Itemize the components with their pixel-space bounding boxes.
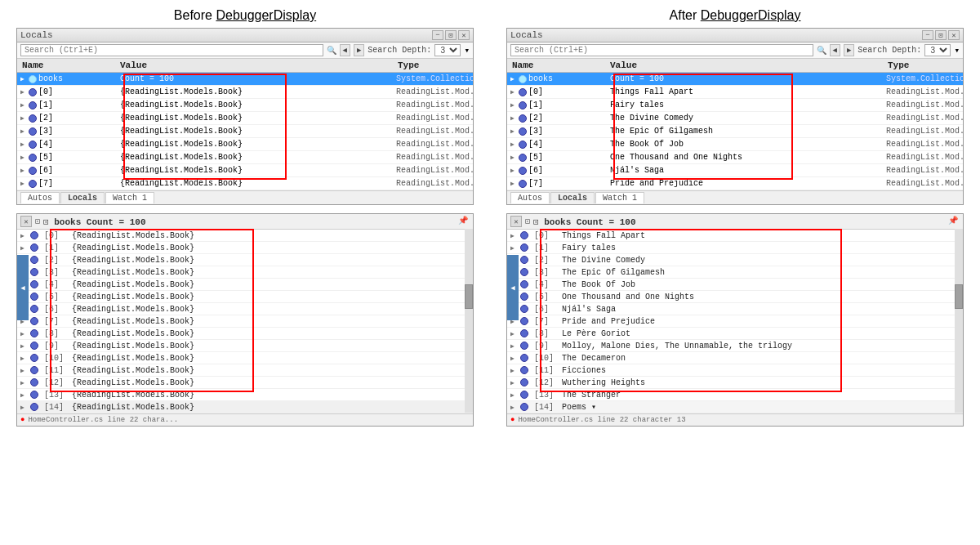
list-item[interactable]: ▶[13]The Stranger bbox=[507, 389, 963, 401]
right-header: Name Value Type bbox=[507, 59, 963, 73]
list-item[interactable]: ▶[4]{ReadingList.Models.Book} bbox=[17, 279, 473, 291]
list-item[interactable]: ▶[4]The Book Of Job bbox=[507, 279, 963, 291]
right-debug-tooltip: ✕ ⊡ ⊡ books Count = 100 📌 ▶[0]Things Fal… bbox=[506, 213, 964, 427]
list-item[interactable]: ▶[1]{ReadingList.Models.Book} bbox=[17, 242, 473, 254]
left-books-label: books bbox=[38, 74, 63, 83]
left-rows: ▶ books Count = 100 System.Collection... bbox=[17, 73, 473, 190]
list-item[interactable]: ▶[3]The Epic Of Gilgamesh bbox=[507, 266, 963, 279]
left-depth-select[interactable]: 3 bbox=[434, 44, 461, 56]
right-depth-arrow: ▾ bbox=[954, 45, 960, 56]
list-item[interactable]: ▶[1]Fairy tales bbox=[507, 242, 963, 254]
left-nav-back[interactable]: ◀ bbox=[340, 44, 350, 56]
list-item[interactable]: ▶[0]{ReadingList.Models.Book} bbox=[17, 230, 473, 242]
top-row: Before DebuggerDisplay Locals − ⊡ ✕ bbox=[16, 8, 964, 205]
list-item[interactable]: ▶[12]{ReadingList.Models.Book} bbox=[17, 377, 473, 389]
list-item[interactable]: ▶[6]{ReadingList.Models.Book} bbox=[17, 303, 473, 315]
left-tab-locals[interactable]: Locals bbox=[60, 192, 105, 203]
table-row[interactable]: ▶[2] {ReadingList.Models.Book} ReadingLi… bbox=[17, 112, 473, 125]
left-nav-forward[interactable]: ▶ bbox=[354, 44, 364, 56]
list-item[interactable]: ▶[9]{ReadingList.Models.Book} bbox=[17, 340, 473, 352]
left-footer: Autos Locals Watch 1 bbox=[17, 190, 473, 204]
list-item[interactable]: ▶[10]{ReadingList.Models.Book} bbox=[17, 352, 473, 364]
right-depth-label: Search Depth: bbox=[858, 46, 921, 55]
list-item[interactable]: ▶[0]Things Fall Apart bbox=[507, 230, 963, 242]
right-search-input[interactable] bbox=[510, 44, 813, 56]
pin-icon[interactable]: − bbox=[432, 30, 443, 40]
list-item[interactable]: ▶[13]{ReadingList.Models.Book} bbox=[17, 389, 473, 401]
list-item[interactable]: ▶[14]{ReadingList.Models.Book} bbox=[17, 401, 473, 413]
list-item[interactable]: ▶[5]One Thousand and One Nights bbox=[507, 291, 963, 303]
table-row[interactable]: ▶[7] {ReadingList.Models.Book} ReadingLi… bbox=[17, 177, 473, 190]
list-item[interactable]: ▶[5]{ReadingList.Models.Book} bbox=[17, 291, 473, 303]
left-tooltip-pin[interactable]: 📌 bbox=[458, 216, 470, 227]
left-depth-label: Search Depth: bbox=[368, 46, 431, 55]
list-item[interactable]: ▶[10]The Decameron bbox=[507, 352, 963, 364]
right-bottom-scrollbar[interactable] bbox=[955, 229, 963, 413]
right-tooltip-pin[interactable]: 📌 bbox=[948, 216, 960, 227]
left-header-type: Type bbox=[396, 60, 470, 71]
right-books-row[interactable]: ▶ books Count = 100 System.Collection... bbox=[507, 73, 963, 86]
list-item[interactable]: ▶[7]Pride and Prejudice bbox=[507, 315, 963, 328]
list-item[interactable]: ▶[2]The Divine Comedy bbox=[507, 254, 963, 266]
right-titlebar: Locals − ⊡ ✕ bbox=[507, 29, 963, 42]
table-row[interactable]: ▶[6] Njál's Saga ReadingList.Mod... bbox=[507, 164, 963, 177]
right-footer: Autos Locals Watch 1 bbox=[507, 190, 963, 204]
left-debug-tooltip: ✕ ⊡ ⊡ books Count = 100 📌 ▶[0]{ReadingLi… bbox=[16, 213, 474, 427]
list-item[interactable]: ▶[9]Molloy, Malone Dies, The Unnamable, … bbox=[507, 340, 963, 352]
table-row[interactable]: ▶[3] The Epic Of Gilgamesh ReadingList.M… bbox=[507, 125, 963, 138]
list-item[interactable]: ▶[11]{ReadingList.Models.Book} bbox=[17, 364, 473, 377]
table-row[interactable]: ▶[2] The Divine Comedy ReadingList.Mod..… bbox=[507, 112, 963, 125]
list-item[interactable]: ▶[14]Poems ▾ bbox=[507, 401, 963, 413]
left-tooltip-close[interactable]: ✕ bbox=[20, 216, 32, 227]
close-icon[interactable]: ✕ bbox=[458, 30, 470, 40]
left-tab-autos[interactable]: Autos bbox=[20, 192, 60, 203]
right-search-icon: 🔍 bbox=[817, 46, 826, 56]
list-item[interactable]: ▶[3]{ReadingList.Models.Book} bbox=[17, 266, 473, 279]
right-nav-back[interactable]: ◀ bbox=[830, 44, 840, 56]
table-row[interactable]: ▶[1] Fairy tales ReadingList.Mod... bbox=[507, 99, 963, 112]
right-toolbar: 🔍 ◀ ▶ Search Depth: 3 ▾ bbox=[507, 42, 963, 59]
left-section-title: Before DebuggerDisplay bbox=[16, 8, 474, 23]
list-item[interactable]: ▶[11]Ficciones bbox=[507, 364, 963, 377]
right-scroll-indicator[interactable]: ◀ bbox=[507, 255, 519, 320]
list-item[interactable]: ▶[12]Wuthering Heights bbox=[507, 377, 963, 389]
list-item[interactable]: ▶[6]Njál's Saga bbox=[507, 303, 963, 315]
left-tooltip-db-icon: ⊡ bbox=[35, 217, 40, 226]
right-tooltip-close[interactable]: ✕ bbox=[510, 216, 522, 227]
list-item[interactable]: ▶[2]{ReadingList.Models.Book} bbox=[17, 254, 473, 266]
right-tooltip-header: ✕ ⊡ ⊡ books Count = 100 📌 bbox=[507, 214, 963, 230]
right-pin-icon[interactable]: − bbox=[922, 30, 933, 40]
right-window-title: Locals bbox=[510, 30, 543, 40]
right-nav-forward[interactable]: ▶ bbox=[844, 44, 854, 56]
table-row[interactable]: ▶[4] The Book Of Job ReadingList.Mod... bbox=[507, 138, 963, 151]
table-row[interactable]: ▶[5] {ReadingList.Models.Book} ReadingLi… bbox=[17, 151, 473, 164]
table-row[interactable]: ▶ [0] {ReadingList.Models.Book} ReadingL… bbox=[17, 86, 473, 99]
right-tooltip-db-icon: ⊡ bbox=[525, 217, 530, 226]
table-row[interactable]: ▶[0] Things Fall Apart ReadingList.Mod..… bbox=[507, 86, 963, 99]
table-row[interactable]: ▶[5] One Thousand and One Nights Reading… bbox=[507, 151, 963, 164]
right-tab-locals[interactable]: Locals bbox=[550, 192, 595, 203]
right-bottom-scrollbar-thumb bbox=[955, 284, 963, 309]
list-item[interactable]: ▶[8]Le Père Goriot bbox=[507, 328, 963, 340]
right-column-top: After DebuggerDisplay Locals − ⊡ ✕ 🔍 ◀ bbox=[506, 8, 964, 205]
left-books-expand[interactable]: ▶ bbox=[20, 75, 27, 83]
list-item[interactable]: ▶[8]{ReadingList.Models.Book} bbox=[17, 328, 473, 340]
table-row[interactable]: ▶[4] {ReadingList.Models.Book} ReadingLi… bbox=[17, 138, 473, 151]
right-depth-select[interactable]: 3 bbox=[924, 44, 951, 56]
left-books-row[interactable]: ▶ books Count = 100 System.Collection... bbox=[17, 73, 473, 86]
auto-hide-icon[interactable]: ⊡ bbox=[445, 30, 457, 40]
left-scroll-indicator[interactable]: ◀ bbox=[17, 255, 29, 320]
table-row[interactable]: ▶[7] Pride and Prejudice ReadingList.Mod… bbox=[507, 177, 963, 190]
right-tab-watch1[interactable]: Watch 1 bbox=[595, 192, 644, 203]
list-item[interactable]: ▶[7]{ReadingList.Models.Book} bbox=[17, 315, 473, 328]
table-row[interactable]: ▶[3] {ReadingList.Models.Book} ReadingLi… bbox=[17, 125, 473, 138]
left-tab-watch1[interactable]: Watch 1 bbox=[105, 192, 154, 203]
left-search-icon: 🔍 bbox=[327, 46, 336, 56]
right-close-icon[interactable]: ✕ bbox=[948, 30, 960, 40]
left-bottom-scrollbar[interactable] bbox=[465, 229, 473, 413]
right-tab-autos[interactable]: Autos bbox=[510, 192, 550, 203]
right-auto-hide-icon[interactable]: ⊡ bbox=[935, 30, 947, 40]
left-search-input[interactable] bbox=[20, 44, 323, 56]
table-row[interactable]: ▶[6] {ReadingList.Models.Book} ReadingLi… bbox=[17, 164, 473, 177]
table-row[interactable]: ▶[1] {ReadingList.Models.Book} ReadingLi… bbox=[17, 99, 473, 112]
